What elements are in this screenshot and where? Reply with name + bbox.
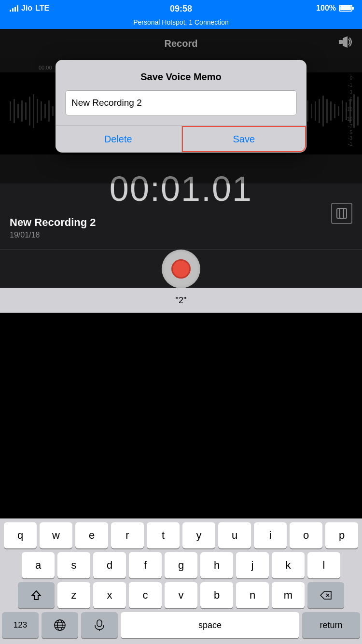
recording-name-label: New Recording 2	[10, 216, 352, 229]
key-a[interactable]: a	[22, 552, 55, 578]
hotspot-label: Personal Hotspot: 1 Connection	[133, 18, 229, 26]
autocomplete-bar: "2"	[0, 288, 362, 313]
key-d[interactable]: d	[93, 552, 126, 578]
svg-rect-103	[337, 209, 347, 218]
key-e[interactable]: e	[75, 522, 108, 548]
carrier-name: Jio	[21, 4, 32, 13]
key-i[interactable]: i	[254, 522, 287, 548]
space-key[interactable]: space	[121, 612, 299, 638]
key-w[interactable]: w	[40, 522, 72, 548]
backspace-key[interactable]	[307, 582, 344, 608]
keyboard-row-2: a s d f g h j k l	[2, 552, 360, 578]
svg-marker-106	[32, 591, 41, 600]
return-key[interactable]: return	[302, 612, 360, 638]
key-j[interactable]: j	[236, 552, 269, 578]
dialog-buttons: Delete Save	[56, 125, 306, 153]
battery-area: 100%	[316, 4, 352, 13]
keyboard-row-1: q w e r t y u i o p	[2, 522, 360, 548]
key-k[interactable]: k	[272, 552, 305, 578]
key-b[interactable]: b	[200, 582, 233, 608]
key-x[interactable]: x	[93, 582, 126, 608]
key-u[interactable]: u	[218, 522, 251, 548]
signal-bars	[10, 5, 18, 12]
keyboard-row-4: 123 space return	[2, 612, 360, 638]
key-s[interactable]: s	[57, 552, 90, 578]
playhead-dot	[178, 14, 184, 19]
mic-area	[0, 249, 362, 288]
trim-icon[interactable]	[331, 203, 352, 224]
key-r[interactable]: r	[111, 522, 144, 548]
key-g[interactable]: g	[165, 552, 197, 578]
shift-key[interactable]	[18, 582, 55, 608]
recording-name-input[interactable]	[65, 90, 297, 115]
key-y[interactable]: y	[182, 522, 215, 548]
carrier-info: Jio LTE	[10, 4, 49, 13]
keyboard: q w e r t y u i o p a s d f g h j k l z …	[0, 518, 362, 644]
key-o[interactable]: o	[290, 522, 322, 548]
key-z[interactable]: z	[57, 582, 90, 608]
key-l[interactable]: l	[307, 552, 340, 578]
keyboard-row-3: z x c v b n m	[2, 582, 360, 608]
autocomplete-suggestion[interactable]: "2"	[176, 295, 187, 306]
save-button[interactable]: Save	[181, 126, 307, 153]
dialog-title: Save Voice Memo	[56, 60, 306, 90]
battery-icon	[339, 5, 352, 12]
key-c[interactable]: c	[129, 582, 162, 608]
network-type: LTE	[35, 4, 49, 13]
recording-date: 19/01/18	[10, 231, 352, 239]
battery-percent: 100%	[316, 4, 336, 13]
key-f[interactable]: f	[129, 552, 162, 578]
clock: 09:58	[170, 4, 192, 14]
key-n[interactable]: n	[236, 582, 269, 608]
key-t[interactable]: t	[147, 522, 180, 548]
mic-keyboard-key[interactable]	[81, 612, 118, 638]
key-p[interactable]: p	[325, 522, 358, 548]
key-v[interactable]: v	[165, 582, 197, 608]
key-q[interactable]: q	[4, 522, 37, 548]
key-h[interactable]: h	[200, 552, 233, 578]
save-dialog: Save Voice Memo Delete Save	[56, 60, 306, 153]
globe-key[interactable]	[42, 612, 78, 638]
record-button[interactable]	[162, 250, 200, 288]
delete-button[interactable]: Delete	[56, 126, 181, 153]
dialog-input-wrap	[56, 90, 306, 125]
key-m[interactable]: m	[272, 582, 305, 608]
dialog-overlay: Save Voice Memo Delete Save	[0, 29, 362, 183]
numbers-key[interactable]: 123	[2, 612, 39, 638]
svg-rect-114	[97, 620, 102, 627]
